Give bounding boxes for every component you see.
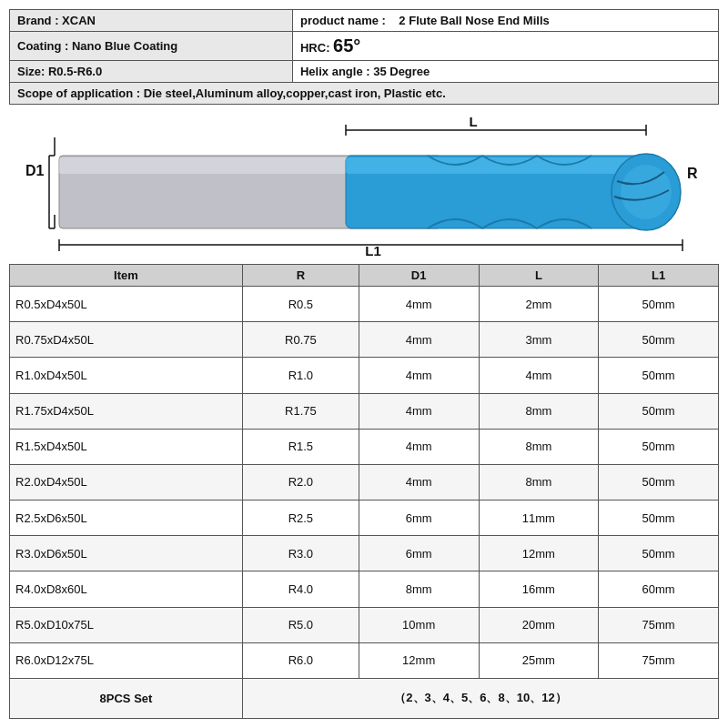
table-cell: R1.75xD4x50L [10, 393, 243, 429]
table-cell: 50mm [599, 287, 719, 322]
d1-label: D1 [25, 163, 45, 178]
table-cell: 4mm [359, 464, 479, 500]
table-cell: 20mm [479, 607, 599, 642]
spec-table: Brand : XCAN product name : 2 Flute Ball… [9, 9, 719, 105]
table-row: R1.0xD4x50LR1.04mm4mm50mm [10, 358, 719, 393]
table-cell: 11mm [479, 500, 599, 536]
table-cell: R0.75 [242, 322, 359, 358]
table-cell: R4.0 [242, 571, 359, 607]
table-cell: 50mm [599, 358, 719, 393]
table-cell: R1.75 [242, 393, 359, 429]
table-cell: R4.0xD8x60L [10, 571, 243, 607]
brand-cell: Brand : XCAN [10, 10, 293, 32]
set-label: 8PCS Set [10, 678, 243, 718]
table-cell: 8mm [479, 429, 599, 464]
data-table: Item R D1 L L1 R0.5xD4x50LR0.54mm2mm50mm… [9, 264, 719, 719]
table-cell: R1.0xD4x50L [10, 358, 243, 393]
table-cell: 4mm [359, 322, 479, 358]
table-row: R4.0xD8x60LR4.08mm16mm60mm [10, 571, 719, 607]
col-item: Item [10, 265, 243, 287]
table-row: R1.5xD4x50LR1.54mm8mm50mm [10, 429, 719, 464]
table-cell: R3.0xD6x50L [10, 536, 243, 571]
l1-dimension: L1 [365, 243, 381, 256]
table-cell: 4mm [359, 393, 479, 429]
table-cell: 60mm [599, 571, 719, 607]
diagram-area: D1 [9, 110, 719, 260]
table-cell: 3mm [479, 322, 599, 358]
table-cell: 50mm [599, 500, 719, 536]
main-container: Brand : XCAN product name : 2 Flute Ball… [0, 0, 728, 728]
table-cell: R5.0 [242, 607, 359, 642]
table-cell: R0.75xD4x50L [10, 322, 243, 358]
table-cell: 50mm [599, 536, 719, 571]
size-cell: Size: R0.5-R6.0 [10, 61, 293, 83]
table-cell: 6mm [359, 536, 479, 571]
table-cell: 75mm [599, 607, 719, 642]
hrc-label: HRC: [300, 41, 330, 55]
table-cell: R5.0xD10x75L [10, 607, 243, 642]
scope-cell: Scope of application : Die steel,Aluminu… [10, 83, 719, 105]
table-cell: 4mm [359, 287, 479, 322]
table-cell: R0.5xD4x50L [10, 287, 243, 322]
table-cell: R2.5 [242, 500, 359, 536]
table-row: R2.0xD4x50LR2.04mm8mm50mm [10, 464, 719, 500]
product-value: 2 Flute Ball Nose End Mills [399, 14, 549, 27]
table-cell: R0.5 [242, 287, 359, 322]
col-l: L [479, 265, 599, 287]
table-cell: 50mm [599, 464, 719, 500]
table-row: R1.75xD4x50LR1.754mm8mm50mm [10, 393, 719, 429]
table-cell: 6mm [359, 500, 479, 536]
col-d1: D1 [359, 265, 479, 287]
table-cell: 12mm [479, 536, 599, 571]
table-cell: 50mm [599, 429, 719, 464]
col-r: R [242, 265, 359, 287]
coating-cell: Coating : Nano Blue Coating [10, 32, 293, 61]
table-cell: R3.0 [242, 536, 359, 571]
table-cell: 8mm [479, 464, 599, 500]
table-cell: R2.5xD6x50L [10, 500, 243, 536]
table-row: R5.0xD10x75LR5.010mm20mm75mm [10, 607, 719, 642]
table-cell: 8mm [359, 571, 479, 607]
table-cell: 12mm [359, 642, 479, 678]
table-cell: 4mm [359, 429, 479, 464]
set-values: （2、3、4、5、6、8、10、12） [242, 678, 718, 718]
table-cell: R2.0xD4x50L [10, 464, 243, 500]
table-cell: 8mm [479, 393, 599, 429]
product-label: product name : [300, 14, 386, 27]
product-cell: product name : 2 Flute Ball Nose End Mil… [292, 10, 718, 32]
table-cell: 4mm [479, 358, 599, 393]
l-dimension: L [469, 114, 477, 129]
table-row: R2.5xD6x50LR2.56mm11mm50mm [10, 500, 719, 536]
table-cell: 75mm [599, 642, 719, 678]
table-last-row: 8PCS Set（2、3、4、5、6、8、10、12） [10, 678, 719, 718]
table-row: R3.0xD6x50LR3.06mm12mm50mm [10, 536, 719, 571]
table-cell: R2.0 [242, 464, 359, 500]
table-cell: 2mm [479, 287, 599, 322]
table-cell: R1.0 [242, 358, 359, 393]
table-cell: 50mm [599, 322, 719, 358]
col-l1: L1 [599, 265, 719, 287]
table-row: R0.5xD4x50LR0.54mm2mm50mm [10, 287, 719, 322]
helix-cell: Helix angle : 35 Degree [292, 61, 718, 83]
r-label: R [687, 166, 698, 181]
table-cell: 10mm [359, 607, 479, 642]
table-header-row: Item R D1 L L1 [10, 265, 719, 287]
table-row: R0.75xD4x50LR0.754mm3mm50mm [10, 322, 719, 358]
scope-value: Die steel,Aluminum alloy,copper,cast iro… [144, 86, 446, 100]
table-cell: 4mm [359, 358, 479, 393]
table-cell: R1.5 [242, 429, 359, 464]
scope-label: Scope of application : [17, 86, 140, 100]
hrc-cell: HRC: 65° [292, 32, 718, 61]
svg-rect-8 [346, 157, 646, 174]
table-cell: 50mm [599, 393, 719, 429]
table-cell: R6.0 [242, 642, 359, 678]
hrc-value: 65° [333, 35, 360, 56]
table-cell: 16mm [479, 571, 599, 607]
table-row: R6.0xD12x75LR6.012mm25mm75mm [10, 642, 719, 678]
tool-diagram: D1 [9, 110, 719, 256]
table-cell: R6.0xD12x75L [10, 642, 243, 678]
table-cell: R1.5xD4x50L [10, 429, 243, 464]
table-cell: 25mm [479, 642, 599, 678]
